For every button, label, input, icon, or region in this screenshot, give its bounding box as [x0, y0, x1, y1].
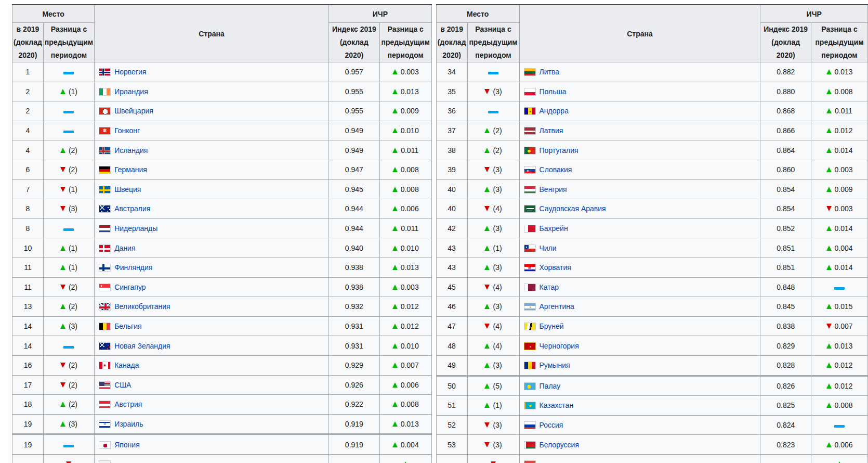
- index-change-cell: 0.013: [379, 258, 431, 277]
- table-row: 43(3)▦Хорватия0.8510.014: [436, 258, 867, 277]
- country-link[interactable]: Саудовская Аравия: [540, 204, 606, 213]
- country-link[interactable]: Япония: [114, 441, 140, 449]
- index-change-cell: 0.011: [379, 218, 431, 238]
- rank-change-cell: (3): [467, 258, 519, 277]
- index-cell: 0.854: [760, 199, 811, 219]
- country-link[interactable]: Андорра: [540, 107, 569, 115]
- increase-icon: [484, 304, 490, 309]
- flag-icon: [99, 381, 111, 389]
- rank-change-cell: [43, 218, 94, 238]
- index-cell: [329, 454, 380, 463]
- table-row: 19Япония0.9190.004: [12, 434, 432, 455]
- country-link[interactable]: Бруней: [540, 322, 564, 330]
- country-link[interactable]: Черногория: [540, 342, 579, 350]
- country-cell: Норвегия: [95, 62, 329, 82]
- country-link[interactable]: США: [114, 381, 131, 389]
- country-link[interactable]: Румыния: [540, 361, 570, 369]
- country-link[interactable]: Португалия: [540, 146, 578, 155]
- country-cell: Швейцария: [95, 101, 329, 121]
- country-link[interactable]: Нидерланды: [114, 224, 157, 233]
- country-link[interactable]: Венгрия: [540, 185, 567, 194]
- country-link[interactable]: Катар: [540, 283, 559, 291]
- country-link[interactable]: Израиль: [114, 420, 143, 428]
- country-link[interactable]: Норвегия: [114, 68, 146, 76]
- decrease-icon: [484, 167, 490, 172]
- rank-change-cell: (3): [467, 82, 519, 101]
- country-link[interactable]: Дания: [114, 244, 135, 252]
- increase-icon: [826, 304, 832, 309]
- index-cell: 0.940: [329, 238, 380, 258]
- country-link[interactable]: Палау: [540, 382, 561, 390]
- country-link[interactable]: Казахстан: [540, 401, 574, 409]
- rank-cell: [436, 454, 467, 463]
- rank-change-value: (3): [69, 420, 77, 428]
- flag-icon: [524, 107, 536, 115]
- flag-icon: [99, 460, 111, 463]
- country-link[interactable]: Ирландия: [114, 87, 148, 96]
- country-link[interactable]: Хорватия: [540, 263, 571, 272]
- table-row: 47(4)Бруней0.8380.007: [436, 316, 867, 336]
- country-link[interactable]: Литва: [540, 68, 560, 76]
- country-link[interactable]: Сингапур: [114, 283, 146, 291]
- country-cell: [95, 454, 329, 463]
- country-link[interactable]: Австралия: [114, 204, 150, 213]
- country-link[interactable]: Австрия: [114, 400, 142, 408]
- index-change-cell: 0.013: [811, 62, 868, 82]
- rank-change-cell: (4): [467, 336, 519, 356]
- country-link[interactable]: Гонконг: [114, 126, 140, 135]
- table-row-partial: [12, 454, 432, 463]
- table-row: 43(1)Чили0.8510.004: [436, 238, 867, 258]
- country-link[interactable]: Латвия: [540, 126, 563, 135]
- rank-change-cell: (4): [467, 277, 519, 297]
- rank-change-value: (3): [493, 263, 502, 272]
- index-change-value: 0.015: [835, 302, 853, 311]
- country-cell: Португалия: [519, 140, 760, 160]
- table-row: 37(2)Латвия0.8660.012: [436, 121, 867, 140]
- country-link[interactable]: Финляндия: [114, 263, 152, 272]
- country-link[interactable]: Новая Зеландия: [114, 342, 170, 350]
- country-link[interactable]: Бахрейн: [540, 224, 568, 233]
- increase-icon: [826, 246, 832, 251]
- country-link[interactable]: Аргентина: [540, 302, 574, 311]
- rank-change-value: (3): [493, 165, 502, 174]
- country-link[interactable]: Бельгия: [114, 322, 141, 330]
- country-link[interactable]: Германия: [114, 165, 147, 174]
- country-link[interactable]: Великобритания: [114, 302, 170, 311]
- country-link[interactable]: Швейцария: [114, 107, 153, 115]
- table-row: 1Норвегия0.9570.003: [12, 62, 432, 82]
- country-link[interactable]: Канада: [114, 361, 139, 369]
- decrease-icon: [484, 89, 490, 94]
- rank-change-cell: (3): [467, 160, 519, 179]
- country-link[interactable]: Словакия: [540, 165, 572, 174]
- country-link[interactable]: Польша: [540, 87, 567, 96]
- decrease-icon: [60, 363, 65, 368]
- country-link[interactable]: Швеция: [114, 185, 141, 194]
- country-link[interactable]: Белоруссия: [540, 441, 580, 449]
- rank-change-value: (2): [69, 381, 77, 389]
- flag-icon: [99, 186, 111, 194]
- rank-cell: 42: [436, 218, 467, 238]
- flag-icon: [524, 382, 536, 390]
- flag-icon: [524, 460, 536, 463]
- table-row: 2Швейцария0.9550.009: [12, 101, 432, 121]
- rank-change-cell: (3): [467, 355, 519, 376]
- hdi-table-right: Место Страна ИЧР в 2019 (доклад 2020) Ра…: [436, 4, 868, 463]
- index-change-value: 0.013: [401, 420, 419, 428]
- rank-change-cell: (2): [43, 140, 94, 160]
- rank-change-cell: (4): [467, 199, 519, 219]
- country-link[interactable]: Чили: [540, 244, 557, 252]
- rank-cell: 16: [12, 355, 44, 375]
- table-row: 16(2)★Канада0.9290.007: [12, 355, 432, 375]
- table-row: 52(3)Россия0.824: [436, 415, 867, 435]
- index-cell: 0.945: [329, 179, 380, 199]
- increase-icon: [392, 167, 398, 172]
- rank-change-cell: (4): [467, 316, 519, 336]
- rank-cell: 8: [12, 199, 44, 219]
- index-change-value: 0.011: [401, 224, 418, 233]
- rank-cell: 50: [436, 376, 467, 396]
- flag-icon: [524, 303, 536, 311]
- country-link[interactable]: Исландия: [114, 146, 148, 155]
- country-cell: Новая Зеландия: [95, 336, 329, 356]
- country-link[interactable]: Россия: [540, 421, 563, 429]
- rank-cell: 2: [12, 82, 44, 101]
